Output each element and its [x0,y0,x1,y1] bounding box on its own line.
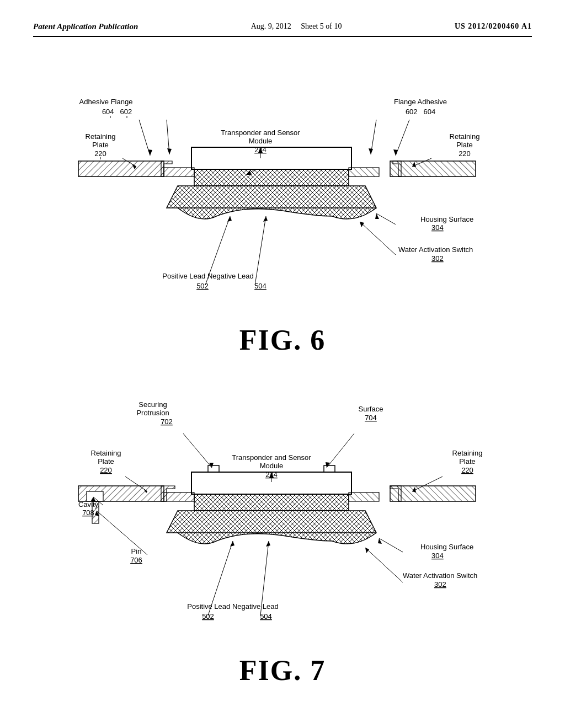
svg-marker-30 [263,216,268,222]
svg-rect-9 [194,169,349,186]
svg-text:Adhesive Flange: Adhesive Flange [79,98,133,106]
figure-6-diagram: Adhesive Flange 604 602 Retaining Plate … [45,53,520,318]
svg-line-97 [365,548,403,582]
figure-6-container: Adhesive Flange 604 602 Retaining Plate … [33,53,532,367]
svg-rect-12 [349,168,379,176]
svg-line-29 [255,216,266,285]
svg-text:304: 304 [431,552,444,560]
svg-text:Positive Lead  Negative Lead: Positive Lead Negative Lead [187,602,279,611]
svg-text:708: 708 [82,508,94,517]
svg-text:224: 224 [254,146,266,154]
svg-line-95 [379,538,403,552]
svg-rect-75 [349,493,379,501]
svg-text:Module: Module [249,137,273,145]
svg-text:Housing Surface: Housing Surface [420,215,473,223]
svg-text:304: 304 [431,223,444,232]
svg-text:504: 504 [260,612,272,620]
svg-text:Retaining: Retaining [452,449,483,457]
header: Patent Application Publication Aug. 9, 2… [33,22,532,37]
svg-marker-14 [148,149,152,156]
svg-rect-4 [78,161,164,176]
svg-line-33 [360,222,396,255]
svg-text:220: 220 [459,149,471,158]
svg-text:Retaining: Retaining [86,132,116,141]
svg-text:Transponder and Sensor: Transponder and Sensor [232,453,311,462]
svg-text:704: 704 [365,414,377,422]
svg-text:Cavity: Cavity [78,500,99,508]
svg-marker-34 [360,222,364,227]
svg-text:Securing: Securing [138,400,167,409]
svg-text:Protrusion: Protrusion [136,409,169,417]
header-title: Patent Application Publication [33,22,138,31]
svg-text:602   604: 602 604 [406,108,435,116]
svg-rect-8 [191,147,351,169]
svg-text:Water Activation Switch: Water Activation Switch [403,571,477,580]
header-date-sheet: Aug. 9, 2012 Sheet 5 of 10 [251,22,342,31]
svg-marker-20 [369,148,373,154]
svg-line-79 [327,433,354,468]
svg-text:Surface: Surface [359,405,383,413]
fig6-label: FIG. 6 [239,324,326,356]
svg-text:302: 302 [434,580,446,588]
header-date: Aug. 9, 2012 [251,22,291,30]
svg-text:Plate: Plate [459,457,476,465]
svg-marker-10 [167,186,376,208]
figure-7-diagram: Securing Protrusion 702 Surface 704 Reta… [45,378,520,649]
svg-text:220: 220 [461,466,473,474]
header-patent-number: US 2012/0200460 A1 [455,22,532,31]
svg-text:Retaining: Retaining [91,449,121,457]
figure-7-container: Securing Protrusion 702 Surface 704 Reta… [33,378,532,698]
svg-text:702: 702 [161,417,173,426]
svg-marker-94 [266,541,270,547]
patent-publication-label: Patent Application Publication [33,22,138,31]
svg-text:220: 220 [94,149,106,158]
svg-marker-32 [375,213,379,219]
svg-rect-74 [164,493,194,501]
svg-line-77 [183,433,212,468]
svg-text:Transponder and Sensor: Transponder and Sensor [221,129,300,137]
svg-rect-6 [390,161,476,176]
page: Patent Application Publication Aug. 9, 2… [0,0,565,728]
svg-rect-72 [194,494,349,511]
svg-text:Plate: Plate [98,457,114,465]
svg-marker-73 [167,511,376,533]
svg-rect-67 [390,486,476,501]
svg-marker-96 [378,538,382,544]
fig7-label: FIG. 7 [239,654,326,687]
svg-text:Pin: Pin [131,547,142,555]
svg-text:Housing Surface: Housing Surface [420,543,473,551]
svg-text:Water Activation Switch: Water Activation Switch [398,245,473,254]
svg-line-31 [376,213,396,224]
svg-text:502: 502 [202,612,214,620]
svg-text:502: 502 [196,282,209,290]
svg-text:Flange Adhesive: Flange Adhesive [394,98,447,106]
svg-text:Plate: Plate [456,141,473,149]
svg-text:Retaining: Retaining [450,132,480,141]
svg-text:604   602: 604 602 [102,108,132,116]
svg-marker-16 [167,148,172,154]
svg-text:706: 706 [130,556,142,564]
svg-text:Plate: Plate [92,141,109,149]
svg-text:224: 224 [265,470,278,479]
svg-text:Module: Module [260,462,284,470]
svg-text:Positive Lead  Negative Lead: Positive Lead Negative Lead [162,272,254,280]
svg-text:302: 302 [431,254,444,263]
svg-text:504: 504 [254,282,266,290]
svg-rect-11 [164,168,194,176]
svg-text:220: 220 [100,466,112,474]
header-sheet: Sheet 5 of 10 [301,22,342,30]
svg-marker-22 [393,149,398,156]
